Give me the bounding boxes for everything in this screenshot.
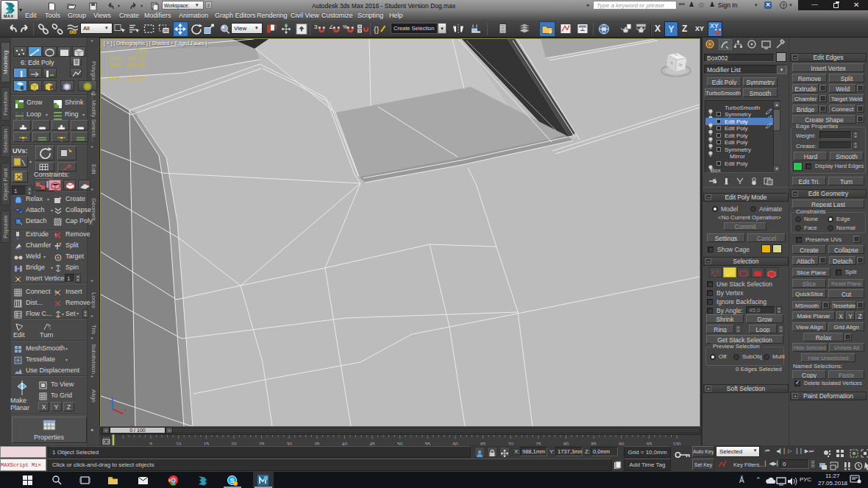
svg-text:3: 3: [314, 24, 318, 30]
svg-text:{}: {}: [374, 25, 380, 34]
svg-text:z: z: [110, 398, 113, 403]
svg-text:%: %: [343, 24, 347, 29]
svg-text:Å: Å: [739, 475, 744, 484]
svg-text:x: x: [124, 408, 127, 412]
svg-text:∠: ∠: [329, 24, 333, 29]
